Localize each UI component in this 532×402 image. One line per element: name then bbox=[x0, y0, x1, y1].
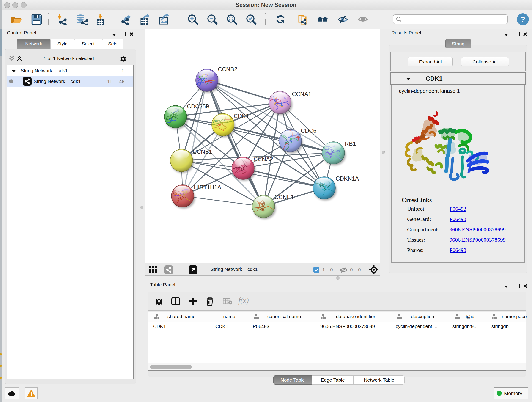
svg-text:HIST1H1A: HIST1H1A bbox=[194, 184, 221, 191]
svg-text:CCNE1: CCNE1 bbox=[274, 194, 294, 200]
svg-text:CDKN1A: CDKN1A bbox=[336, 175, 359, 182]
svg-text:CCNA2: CCNA2 bbox=[254, 156, 273, 162]
svg-text:CDK1: CDK1 bbox=[234, 113, 249, 119]
svg-text:CCNB1: CCNB1 bbox=[193, 148, 212, 155]
svg-text:CDC25B: CDC25B bbox=[187, 103, 210, 109]
svg-text:CCNB2: CCNB2 bbox=[218, 66, 237, 72]
svg-text:CDC6: CDC6 bbox=[301, 128, 317, 134]
svg-text:CCNA1: CCNA1 bbox=[292, 91, 311, 97]
svg-text:RB1: RB1 bbox=[345, 140, 356, 147]
